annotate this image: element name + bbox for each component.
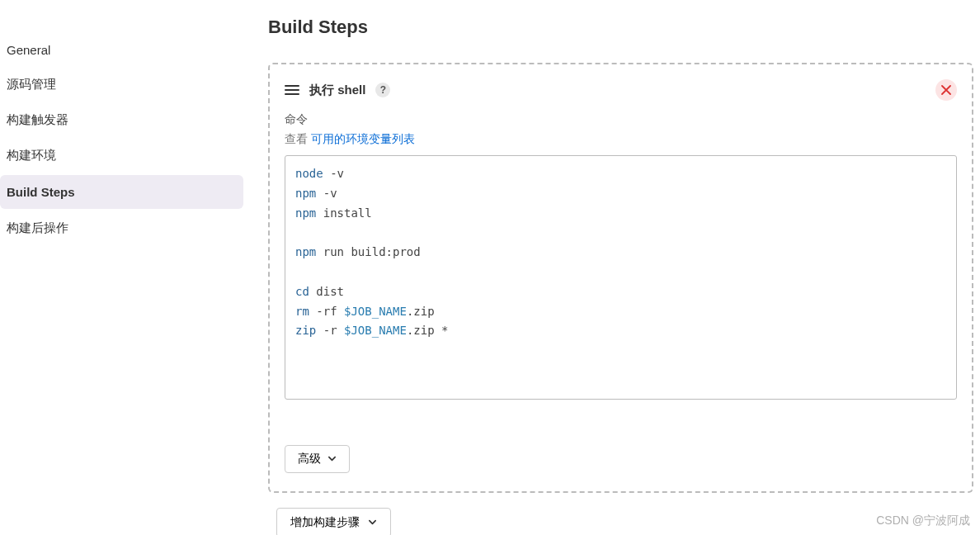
- chevron-down-icon: [327, 452, 337, 466]
- sidebar: General 源码管理 构建触发器 构建环境 Build Steps 构建后操…: [0, 0, 243, 535]
- close-icon: [941, 85, 951, 95]
- sidebar-item-env[interactable]: 构建环境: [0, 138, 243, 173]
- command-label: 命令: [285, 112, 957, 127]
- sidebar-item-post-build[interactable]: 构建后操作: [0, 211, 243, 246]
- sidebar-item-general[interactable]: General: [0, 33, 243, 67]
- help-prefix: 查看: [285, 132, 311, 145]
- sidebar-item-triggers[interactable]: 构建触发器: [0, 102, 243, 138]
- command-textarea[interactable]: node -vnpm -vnpm install npm run build:p…: [285, 155, 957, 400]
- main-content: Build Steps 执行 shell ? 命令 查看 可用的环境变量列表: [243, 0, 980, 535]
- delete-step-button[interactable]: [935, 79, 957, 101]
- chevron-down-icon: [368, 516, 377, 529]
- drag-handle-icon[interactable]: [285, 85, 299, 95]
- advanced-label: 高级: [298, 452, 321, 466]
- help-icon[interactable]: ?: [375, 83, 390, 97]
- command-help: 查看 可用的环境变量列表: [285, 132, 957, 147]
- step-header: 执行 shell ?: [285, 79, 957, 101]
- add-build-step-button[interactable]: 增加构建步骤: [276, 508, 391, 535]
- env-vars-link[interactable]: 可用的环境变量列表: [311, 132, 415, 145]
- add-step-label: 增加构建步骤: [290, 515, 360, 530]
- build-step-panel: 执行 shell ? 命令 查看 可用的环境变量列表 node -vnpm -v…: [268, 63, 973, 493]
- step-title: 执行 shell: [309, 83, 365, 98]
- advanced-button[interactable]: 高级: [285, 445, 350, 473]
- page-title: Build Steps: [268, 17, 973, 38]
- sidebar-item-build-steps[interactable]: Build Steps: [0, 175, 243, 209]
- sidebar-item-scm[interactable]: 源码管理: [0, 67, 243, 102]
